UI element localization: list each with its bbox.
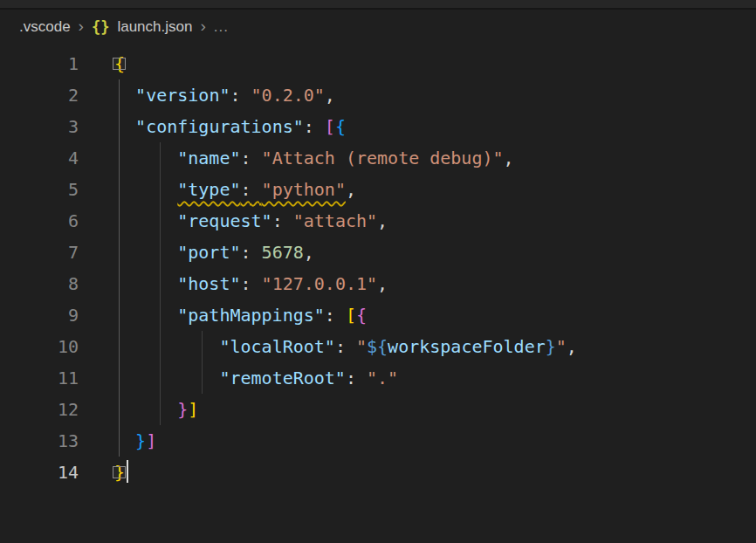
code-line[interactable]: 2 "version": "0.2.0", — [0, 79, 756, 111]
chevron-right-icon: › — [200, 17, 205, 37]
line-number[interactable]: 11 — [0, 362, 79, 394]
indent-guide — [160, 142, 161, 425]
title-bar — [0, 0, 756, 10]
token: "host" — [177, 273, 240, 294]
line-number[interactable]: 13 — [0, 425, 79, 457]
token — [114, 368, 219, 388]
token: { — [114, 53, 125, 74]
token — [114, 148, 177, 168]
code-line[interactable]: 1{ — [0, 48, 756, 79]
code-line[interactable]: 10 "localRoot": "${workspaceFolder}", — [0, 331, 756, 362]
code-line[interactable]: 6 "request": "attach", — [0, 205, 756, 237]
token: : — [325, 305, 346, 326]
token: , — [377, 273, 388, 294]
token: : — [304, 116, 325, 137]
token: "Attach (remote debug)" — [262, 148, 504, 168]
code-line[interactable]: 12 }] — [0, 394, 756, 425]
token: : — [241, 242, 262, 263]
code-text: { — [114, 48, 125, 79]
indent-guide — [202, 331, 203, 394]
token — [114, 273, 177, 294]
token: " — [556, 336, 567, 357]
code-line[interactable]: 5 "type": "python", — [0, 174, 756, 205]
token: "configurations" — [135, 116, 304, 137]
token: , — [377, 210, 388, 231]
token — [114, 305, 177, 326]
token — [114, 430, 135, 451]
token: { — [356, 305, 367, 326]
code-line[interactable]: 3 "configurations": [{ — [0, 111, 756, 142]
line-number[interactable]: 12 — [0, 394, 79, 425]
token: "pathMappings" — [177, 305, 325, 326]
token: : — [272, 210, 293, 231]
token: "attach" — [293, 210, 377, 231]
code-line[interactable]: 14} — [0, 457, 756, 488]
line-number[interactable]: 8 — [0, 268, 79, 299]
code-area: 1{2 "version": "0.2.0",3 "configurations… — [0, 48, 756, 488]
token: , — [346, 179, 356, 200]
token: , — [304, 242, 314, 263]
token: } — [177, 399, 188, 420]
line-number[interactable]: 3 — [0, 111, 79, 142]
token: "0.2.0" — [251, 85, 325, 106]
code-text: "pathMappings": [{ — [114, 299, 367, 331]
token: " — [356, 336, 367, 357]
code-text: "port": 5678, — [114, 237, 314, 268]
token: , — [325, 85, 335, 106]
code-text: "request": "attach", — [114, 205, 388, 237]
code-line[interactable]: 13 }] — [0, 425, 756, 457]
token: "remoteRoot" — [219, 368, 346, 388]
line-number[interactable]: 7 — [0, 237, 79, 268]
token: : — [241, 148, 262, 168]
token: "port" — [177, 242, 240, 263]
token: } — [546, 336, 556, 357]
breadcrumb-folder[interactable]: .vscode — [19, 18, 71, 36]
line-number[interactable]: 14 — [0, 457, 79, 488]
code-text: }] — [114, 394, 198, 425]
line-number[interactable]: 10 — [0, 331, 79, 362]
token: [ — [346, 305, 356, 326]
editor[interactable]: 1{2 "version": "0.2.0",3 "configurations… — [0, 45, 756, 488]
code-text: "remoteRoot": "." — [114, 362, 398, 394]
token: ] — [188, 399, 198, 420]
breadcrumb-file[interactable]: launch.json — [117, 18, 192, 36]
token — [114, 336, 219, 357]
code-line[interactable]: 11 "remoteRoot": "." — [0, 362, 756, 394]
token: "python" — [262, 179, 346, 200]
code-line[interactable]: 8 "host": "127.0.0.1", — [0, 268, 756, 299]
line-number[interactable]: 1 — [0, 48, 79, 79]
json-braces-icon: {} — [92, 18, 109, 36]
token: : — [241, 179, 262, 200]
code-line[interactable]: 9 "pathMappings": [{ — [0, 299, 756, 331]
indent-guide — [119, 79, 120, 457]
token: , — [567, 336, 577, 357]
line-number[interactable]: 4 — [0, 142, 79, 174]
code-text: "version": "0.2.0", — [114, 79, 335, 111]
token: , — [504, 148, 514, 168]
token: "localRoot" — [219, 336, 334, 357]
line-number[interactable]: 5 — [0, 174, 79, 205]
token — [114, 85, 135, 106]
token — [114, 399, 177, 420]
token: ${ — [367, 336, 388, 357]
line-number[interactable]: 6 — [0, 205, 79, 237]
token: : — [335, 336, 356, 357]
token — [114, 210, 177, 231]
token: : — [346, 368, 367, 388]
code-text: "configurations": [{ — [114, 111, 346, 142]
line-number[interactable]: 2 — [0, 79, 79, 111]
code-line[interactable]: 7 "port": 5678, — [0, 237, 756, 268]
code-text: } — [114, 457, 128, 488]
token — [114, 242, 177, 263]
token: [ — [325, 116, 335, 137]
token: : — [230, 85, 251, 106]
breadcrumb-more[interactable]: ... — [214, 18, 229, 36]
code-line[interactable]: 4 "name": "Attach (remote debug)", — [0, 142, 756, 174]
token: "." — [367, 368, 398, 388]
line-number[interactable]: 9 — [0, 299, 79, 331]
token: "request" — [177, 210, 271, 231]
code-text: "name": "Attach (remote debug)", — [114, 142, 514, 174]
code-text: "host": "127.0.0.1", — [114, 268, 388, 299]
token: } — [114, 462, 125, 483]
token: : — [241, 273, 262, 294]
